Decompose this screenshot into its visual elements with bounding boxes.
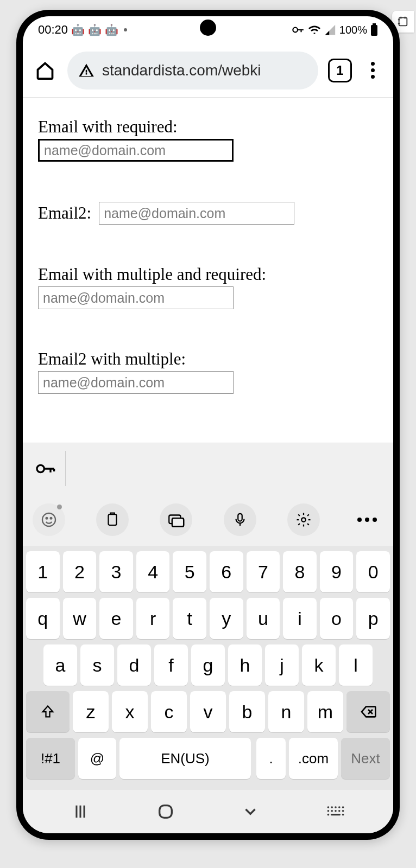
svg-point-27 bbox=[342, 814, 344, 816]
key-u[interactable]: u bbox=[247, 598, 280, 639]
key-l[interactable]: l bbox=[339, 644, 373, 686]
key-8[interactable]: 8 bbox=[283, 551, 317, 592]
key-z[interactable]: z bbox=[73, 691, 109, 732]
key-j[interactable]: j bbox=[265, 644, 299, 686]
space-key[interactable]: EN(US) bbox=[119, 738, 251, 779]
android-icon: 🤖 bbox=[105, 23, 118, 36]
key-0[interactable]: 0 bbox=[356, 551, 390, 592]
emoji-button[interactable] bbox=[33, 503, 65, 536]
key-m[interactable]: m bbox=[307, 691, 343, 732]
key-a[interactable]: a bbox=[43, 644, 77, 686]
android-icon: 🤖 bbox=[71, 23, 85, 36]
label-email2-multiple: Email2 with multiple: bbox=[38, 349, 378, 369]
svg-rect-3 bbox=[373, 23, 376, 25]
svg-rect-26 bbox=[331, 814, 341, 815]
url-text: standardista.com/webki bbox=[102, 62, 261, 79]
svg-point-7 bbox=[51, 518, 52, 519]
web-page[interactable]: Email with required: Email2: Email with … bbox=[23, 98, 393, 443]
android-icon: 🤖 bbox=[88, 23, 102, 36]
key-6[interactable]: 6 bbox=[210, 551, 243, 592]
svg-point-5 bbox=[42, 513, 55, 526]
key-9[interactable]: 9 bbox=[320, 551, 354, 592]
key-o[interactable]: o bbox=[320, 598, 354, 639]
dotcom-key[interactable]: .com bbox=[289, 738, 338, 779]
key-c[interactable]: c bbox=[151, 691, 187, 732]
svg-point-15 bbox=[327, 806, 329, 808]
camera-cutout bbox=[200, 20, 216, 36]
wifi-icon bbox=[308, 23, 321, 36]
keyboard-suggestion-bar bbox=[23, 443, 393, 494]
home-button[interactable] bbox=[33, 58, 58, 83]
keyboard-mode-button[interactable] bbox=[160, 503, 192, 536]
keyboard-switch-button[interactable] bbox=[326, 805, 345, 819]
svg-point-6 bbox=[46, 518, 48, 519]
keyboard-row-5: !#1 @ EN(US) . .com Next bbox=[26, 738, 390, 779]
input-email2[interactable] bbox=[99, 202, 294, 225]
key-i[interactable]: i bbox=[283, 598, 317, 639]
keyboard-row-2: q w e r t y u i o p bbox=[26, 598, 390, 639]
key-e[interactable]: e bbox=[99, 598, 133, 639]
key-y[interactable]: y bbox=[210, 598, 243, 639]
period-key[interactable]: . bbox=[256, 738, 286, 779]
shift-key[interactable] bbox=[26, 691, 70, 732]
label-email-required: Email with required: bbox=[38, 117, 378, 137]
key-f[interactable]: f bbox=[154, 644, 188, 686]
key-t[interactable]: t bbox=[173, 598, 206, 639]
key-h[interactable]: h bbox=[228, 644, 262, 686]
clipboard-button[interactable] bbox=[96, 503, 129, 536]
settings-button[interactable] bbox=[287, 503, 320, 536]
field-email-multiple-required: Email with multiple and required: bbox=[38, 265, 378, 309]
status-right: 100% bbox=[291, 23, 378, 37]
key-b[interactable]: b bbox=[229, 691, 265, 732]
key-g[interactable]: g bbox=[191, 644, 225, 686]
key-r[interactable]: r bbox=[136, 598, 170, 639]
password-key-icon[interactable] bbox=[33, 456, 58, 481]
home-nav-button[interactable] bbox=[156, 802, 175, 821]
key-p[interactable]: p bbox=[356, 598, 390, 639]
key-n[interactable]: n bbox=[268, 691, 304, 732]
symbols-key[interactable]: !#1 bbox=[26, 738, 75, 779]
input-email2-multiple[interactable] bbox=[38, 371, 234, 394]
at-key[interactable]: @ bbox=[78, 738, 116, 779]
key-x[interactable]: x bbox=[112, 691, 148, 732]
screen: 00:20 🤖 🤖 🤖 100% bbox=[23, 16, 393, 833]
field-email-required: Email with required: bbox=[38, 117, 378, 162]
key-q[interactable]: q bbox=[26, 598, 60, 639]
voice-input-button[interactable] bbox=[224, 503, 256, 536]
recents-button[interactable] bbox=[71, 802, 90, 821]
phone-frame: 00:20 🤖 🤖 🤖 100% bbox=[16, 10, 400, 840]
key-w[interactable]: w bbox=[63, 598, 97, 639]
svg-point-25 bbox=[327, 814, 329, 816]
key-v[interactable]: v bbox=[190, 691, 226, 732]
svg-point-1 bbox=[293, 28, 298, 33]
backspace-key[interactable] bbox=[346, 691, 390, 732]
next-key[interactable]: Next bbox=[341, 738, 390, 779]
key-s[interactable]: s bbox=[80, 644, 114, 686]
keyboard-row-4: z x c v b n m bbox=[26, 691, 390, 732]
key-7[interactable]: 7 bbox=[247, 551, 280, 592]
battery-percent: 100% bbox=[339, 24, 367, 36]
key-5[interactable]: 5 bbox=[173, 551, 206, 592]
tab-count: 1 bbox=[336, 63, 343, 78]
key-4[interactable]: 4 bbox=[136, 551, 170, 592]
url-bar[interactable]: standardista.com/webki bbox=[67, 52, 318, 90]
separator bbox=[65, 451, 66, 486]
status-bar: 00:20 🤖 🤖 🤖 100% bbox=[23, 16, 393, 43]
svg-rect-0 bbox=[399, 18, 407, 26]
soft-keyboard: 1 2 3 4 5 6 7 8 9 0 q w e r t y u i o bbox=[23, 546, 393, 790]
key-3[interactable]: 3 bbox=[99, 551, 133, 592]
key-1[interactable]: 1 bbox=[26, 551, 60, 592]
svg-rect-12 bbox=[238, 514, 242, 521]
keyboard-more-button[interactable] bbox=[351, 503, 383, 536]
input-email-required[interactable] bbox=[38, 139, 234, 162]
more-menu-button[interactable] bbox=[362, 62, 383, 79]
svg-rect-2 bbox=[371, 25, 377, 36]
keyboard-toolbar bbox=[23, 494, 393, 546]
key-2[interactable]: 2 bbox=[63, 551, 97, 592]
input-email-multiple-required[interactable] bbox=[38, 286, 234, 309]
tabs-button[interactable]: 1 bbox=[328, 59, 352, 82]
key-d[interactable]: d bbox=[117, 644, 151, 686]
key-k[interactable]: k bbox=[302, 644, 336, 686]
svg-rect-14 bbox=[159, 806, 172, 818]
back-nav-button[interactable] bbox=[241, 802, 260, 821]
